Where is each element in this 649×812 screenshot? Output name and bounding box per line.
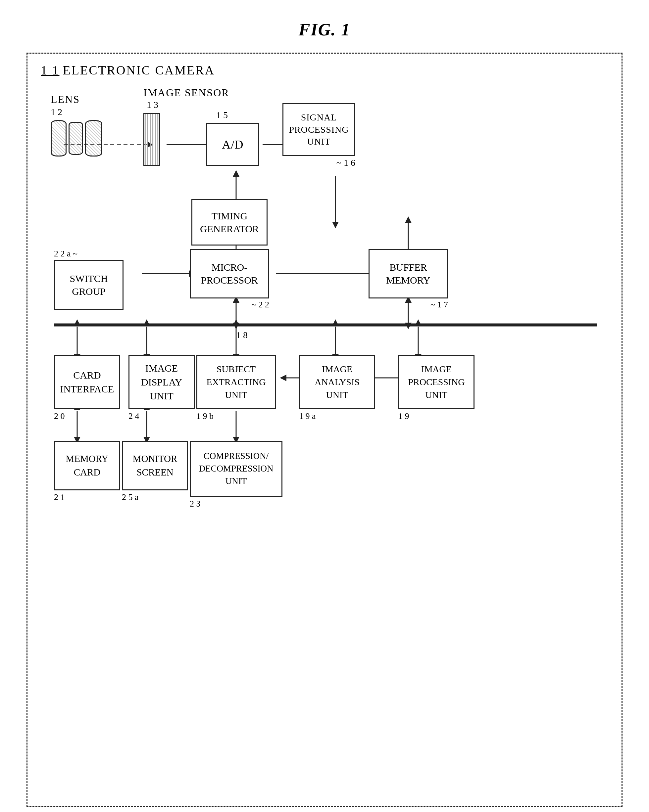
image-analysis-ref: 1 9 a <box>299 411 375 421</box>
switch-group-section: 2 2 a ~ SWITCH GROUP <box>54 249 124 310</box>
timing-box: TIMING GENERATOR <box>191 199 268 246</box>
diagram-area: LENS 1 2 IMAGE SENSOR 1 3 1 5 A/D SIGNAL… <box>44 67 607 762</box>
memory-card-section: MEMORY CARD 2 1 <box>54 441 120 502</box>
image-analysis-section: IMAGE ANALYSIS UNIT 1 9 a <box>299 355 375 421</box>
compression-section: COMPRESSION/ DECOMPRESSION UNIT 2 3 <box>190 441 282 509</box>
ad-section: 1 5 A/D <box>206 110 259 166</box>
figure-title: FIG. 1 <box>298 20 351 40</box>
micro-box: MICRO- PROCESSOR <box>190 249 269 298</box>
svg-marker-41 <box>280 375 286 381</box>
electronic-camera-box: 1 1 ELECTRONIC CAMERA <box>26 53 623 807</box>
image-display-ref: 2 4 <box>129 411 195 421</box>
signal-ref: ~ 1 6 <box>282 157 355 168</box>
micro-ref: ~ 2 2 <box>190 300 269 310</box>
sensor-body <box>143 113 160 166</box>
svg-marker-7 <box>332 222 339 228</box>
switch-ref: 2 2 a ~ <box>54 249 124 259</box>
timing-generator-section: TIMING GENERATOR ~ 2 2 b <box>191 199 268 257</box>
image-display-box: IMAGE DISPLAY UNIT <box>129 355 195 409</box>
memory-card-box: MEMORY CARD <box>54 441 120 490</box>
compression-ref: 2 3 <box>190 499 282 509</box>
lens-ref: 1 2 <box>51 107 102 118</box>
micro-processor-section: MICRO- PROCESSOR ~ 2 2 <box>190 249 269 310</box>
image-sensor-ref: 1 3 <box>147 99 230 110</box>
image-analysis-box: IMAGE ANALYSIS UNIT <box>299 355 375 409</box>
subject-extracting-ref: 1 9 b <box>196 411 276 421</box>
signal-processing-box: SIGNAL PROCESSING UNIT <box>282 103 355 156</box>
image-processing-section: IMAGE PROCESSING UNIT 1 9 <box>398 355 475 421</box>
subject-extracting-box: SUBJECT EXTRACTING UNIT <box>196 355 276 409</box>
svg-marker-29 <box>143 319 150 326</box>
compression-box: COMPRESSION/ DECOMPRESSION UNIT <box>190 441 282 497</box>
ad-ref: 1 5 <box>216 110 259 121</box>
svg-marker-35 <box>332 319 339 326</box>
svg-marker-17 <box>405 217 412 223</box>
ad-box: A/D <box>206 123 259 166</box>
bus-ref: 1 8 <box>236 330 248 340</box>
monitor-screen-ref: 2 5 a <box>122 492 188 502</box>
memory-card-ref: 2 1 <box>54 492 120 502</box>
svg-marker-26 <box>74 319 80 326</box>
image-display-section: IMAGE DISPLAY UNIT 2 4 <box>129 355 195 421</box>
signal-processing-section: SIGNAL PROCESSING UNIT ~ 1 6 <box>282 103 355 168</box>
lens-element-3 <box>85 120 102 157</box>
monitor-screen-box: MONITOR SCREEN <box>122 441 188 490</box>
image-processing-box: IMAGE PROCESSING UNIT <box>398 355 475 409</box>
svg-marker-38 <box>415 319 421 326</box>
buffer-memory-section: BUFFER MEMORY ~ 1 7 <box>369 249 448 310</box>
buffer-ref: ~ 1 7 <box>369 300 448 310</box>
card-interface-section: CARD INTERFACE 2 0 <box>54 355 120 421</box>
svg-marker-9 <box>233 170 239 177</box>
lens-section: LENS 1 2 <box>51 93 102 157</box>
card-interface-ref: 2 0 <box>54 411 120 421</box>
lens-label: LENS <box>51 93 102 105</box>
switch-box: SWITCH GROUP <box>54 260 124 310</box>
subject-extracting-section: SUBJECT EXTRACTING UNIT 1 9 b <box>196 355 276 421</box>
card-interface-box: CARD INTERFACE <box>54 355 120 409</box>
lens-element-1 <box>51 120 67 157</box>
monitor-screen-section: MONITOR SCREEN 2 5 a <box>122 441 188 502</box>
buffer-box: BUFFER MEMORY <box>369 249 448 298</box>
lens-element-2 <box>69 122 83 155</box>
image-sensor-label: IMAGE SENSOR <box>143 87 230 99</box>
image-processing-ref: 1 9 <box>398 411 475 421</box>
